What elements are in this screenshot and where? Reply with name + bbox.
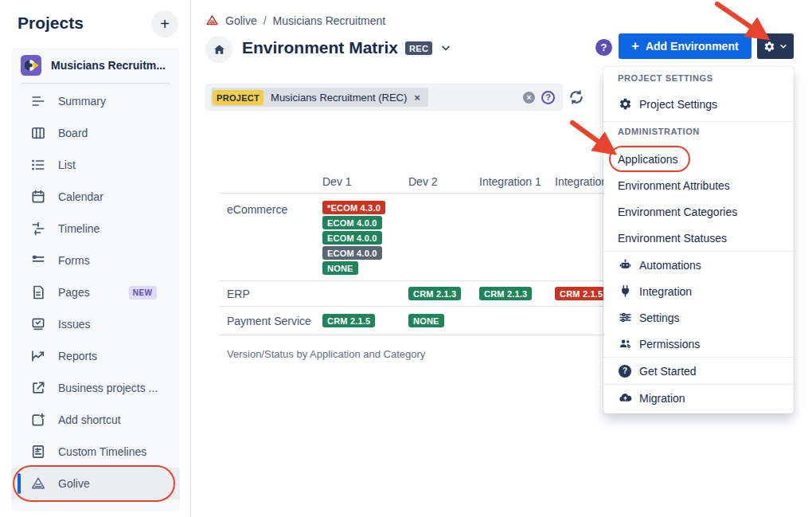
menu-item-label: Get Started: [639, 365, 697, 378]
sidebar-item-summary[interactable]: Summary: [11, 85, 180, 117]
breadcrumb-golive[interactable]: Golive: [225, 14, 257, 27]
project-key-badge: REC: [405, 41, 432, 55]
version-badge[interactable]: ECOM 4.0.0: [322, 246, 382, 260]
menu-item-settings[interactable]: Settings: [603, 304, 794, 331]
gear-icon: [618, 97, 632, 112]
sidebar-item-pages[interactable]: Pages NEW: [11, 276, 180, 308]
version-badge[interactable]: *ECOM 4.3.0: [322, 201, 385, 214]
menu-item-automations[interactable]: Automations: [603, 252, 794, 278]
divider: [603, 121, 794, 122]
add-environment-label: Add Environment: [646, 40, 739, 53]
row-label-erp: ERP: [227, 288, 250, 300]
sidebar-item-list[interactable]: List: [11, 149, 180, 181]
menu-item-integration[interactable]: Integration: [603, 278, 794, 304]
sidebar-title: Projects: [18, 14, 84, 33]
project-name: Musicians Recruitm...: [51, 59, 166, 72]
column-header-dev1: Dev 1: [322, 175, 352, 188]
sidebar-item-board[interactable]: Board: [11, 117, 180, 149]
gear-icon: [763, 41, 775, 53]
row-label-payment-service: Payment Service: [227, 315, 311, 327]
menu-section-header: ADMINISTRATION: [618, 127, 700, 136]
add-shortcut-icon: [30, 412, 46, 428]
chip-remove-icon[interactable]: ×: [412, 92, 427, 104]
chip-value: Musicians Recruitment (REC): [265, 92, 412, 104]
sidebar-item-custom-timelines[interactable]: Custom Timelines: [11, 436, 180, 468]
robot-icon: [618, 258, 632, 272]
sidebar-item-business-projects[interactable]: Business projects ...: [11, 372, 180, 404]
sidebar-item-issues[interactable]: Issues: [11, 308, 180, 340]
settings-dropdown-menu: PROJECT SETTINGS Project Settings ADMINI…: [603, 67, 794, 413]
version-badge[interactable]: ECOM 4.0.0: [322, 231, 382, 245]
menu-item-environment-statuses[interactable]: Environment Statuses: [603, 225, 794, 251]
refresh-icon[interactable]: [568, 89, 584, 105]
issues-icon: [30, 316, 46, 332]
breadcrumb-separator: /: [264, 14, 267, 27]
sidebar-item-calendar[interactable]: Calendar: [11, 181, 180, 213]
table-divider: [219, 306, 603, 307]
menu-item-get-started[interactable]: ? Get Started: [603, 358, 794, 384]
menu-item-label: Applications: [618, 153, 678, 166]
version-badge[interactable]: CRM 2.1.5: [322, 314, 375, 327]
add-project-button[interactable]: +: [151, 10, 178, 37]
chip-type-badge: PROJECT: [213, 90, 264, 105]
external-link-icon: [30, 380, 46, 396]
sidebar-item-label: Summary: [58, 95, 106, 108]
settings-menu-button[interactable]: [757, 33, 794, 59]
menu-item-environment-categories[interactable]: Environment Categories: [603, 198, 794, 225]
filter-bar: PROJECT Musicians Recruitment (REC) × × …: [205, 84, 563, 111]
menu-item-project-settings[interactable]: Project Settings: [603, 91, 794, 117]
sidebar-item-forms[interactable]: Forms: [11, 245, 180, 276]
sliders-icon: [618, 311, 632, 325]
golive-logo-icon: [205, 14, 219, 27]
sidebar-item-golive[interactable]: Golive: [11, 468, 180, 499]
chevron-down-icon: [779, 41, 788, 51]
menu-item-label: Migration: [639, 392, 685, 405]
golive-icon: [30, 476, 46, 492]
sidebar-item-label: Board: [58, 127, 88, 139]
sidebar-item-timeline[interactable]: Timeline: [11, 213, 180, 245]
home-icon[interactable]: [205, 36, 232, 63]
project-menu-card: Musicians Recruitm... Summary Board List…: [11, 48, 180, 511]
project-selector[interactable]: Musicians Recruitm...: [11, 48, 180, 83]
chevron-down-icon[interactable]: [439, 41, 452, 54]
help-icon[interactable]: ?: [595, 39, 612, 56]
filter-help-icon[interactable]: ?: [541, 91, 555, 104]
sidebar-item-add-shortcut[interactable]: Add shortcut: [11, 404, 180, 436]
sidebar-item-label: Business projects ...: [58, 382, 158, 394]
menu-item-permissions[interactable]: Permissions: [603, 331, 794, 357]
users-gear-icon: [618, 337, 632, 351]
active-indicator: [18, 473, 21, 494]
sidebar-item-label: Golive: [58, 477, 90, 490]
sidebar-item-label: Calendar: [58, 190, 103, 203]
version-badge[interactable]: NONE: [408, 314, 444, 327]
cloud-upload-icon: [618, 391, 632, 405]
table-divider: [219, 193, 603, 194]
list-icon: [30, 157, 46, 173]
version-badge[interactable]: ECOM 4.0.0: [322, 216, 382, 229]
menu-section-header: PROJECT SETTINGS: [618, 73, 713, 83]
forms-icon: [30, 253, 46, 268]
menu-item-label: Integration: [639, 285, 692, 298]
menu-item-environment-attributes[interactable]: Environment Attributes: [603, 172, 794, 198]
page-title-text: Environment Matrix: [242, 38, 398, 57]
version-badge[interactable]: CRM 2.1.3: [479, 287, 532, 300]
project-filter-chip[interactable]: PROJECT Musicians Recruitment (REC) ×: [211, 88, 428, 107]
menu-item-applications[interactable]: Applications: [603, 146, 794, 172]
menu-item-label: Environment Categories: [618, 206, 737, 218]
breadcrumb-project[interactable]: Musicians Recruitment: [273, 14, 386, 27]
matrix-caption: Version/Status by Application and Catego…: [227, 348, 425, 360]
version-badge[interactable]: NONE: [322, 261, 358, 275]
sidebar-item-label: Pages: [58, 286, 90, 299]
clear-filters-icon[interactable]: ×: [523, 92, 535, 104]
version-badge[interactable]: CRM 2.1.5: [555, 287, 607, 300]
sidebar-item-reports[interactable]: Reports: [11, 340, 180, 372]
sidebar-item-label: Timeline: [58, 222, 100, 235]
summary-icon: [30, 93, 46, 109]
plus-icon: +: [631, 38, 639, 54]
add-environment-button[interactable]: + Add Environment: [619, 33, 751, 59]
menu-item-label: Environment Attributes: [618, 179, 730, 192]
menu-item-migration[interactable]: Migration: [603, 385, 794, 411]
version-badge[interactable]: CRM 2.1.3: [408, 287, 461, 300]
column-header-integration2: Integration: [555, 175, 607, 188]
question-circle-icon: ?: [618, 364, 632, 378]
